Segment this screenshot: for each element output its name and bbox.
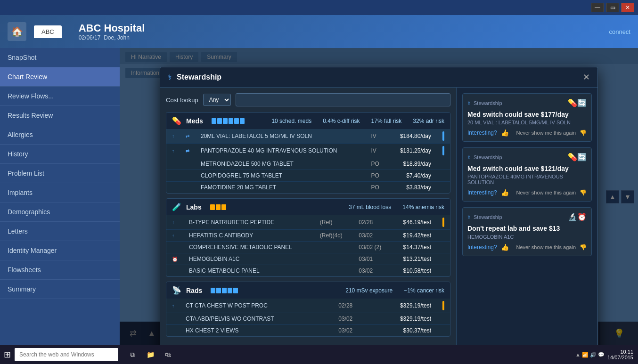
table-row[interactable]: ↑ ⇄ 20ML VIAL: LABETALOL 5 MG/ML IV SOLN… <box>166 129 450 144</box>
card-2-drug-icon: 💊🔄 <box>568 153 587 162</box>
med-route: PO <box>365 170 388 182</box>
modal-footer-left: Feedback powered by ●IllumiCare <box>166 341 450 345</box>
card-3-header: ⚕ Stewardship 🔬⏰ <box>467 212 587 221</box>
rad-price: $329.19/test <box>372 299 437 313</box>
cost-lookup-input[interactable] <box>236 93 450 106</box>
price-bar <box>442 301 444 310</box>
sys-icons: ▲ 📶 🔊 💬 <box>575 352 605 358</box>
sidebar-item-identity-manager[interactable]: Identity Manager <box>0 241 120 260</box>
sidebar: SnapShot Chart Review Review Flows... Re… <box>0 48 120 345</box>
table-row[interactable]: HX CHEST 2 VIEWS 03/02 $30.37/test <box>166 325 450 337</box>
rad-price: $329.19/test <box>372 313 437 325</box>
cost-lookup-select[interactable]: Any IV PO <box>203 94 231 106</box>
labs-section: 🧪 Labs 37 mL blood loss <box>166 198 450 277</box>
card-1-drug-icon: 💊🔄 <box>568 98 587 107</box>
bar-seg <box>233 288 238 293</box>
file-explorer-icon[interactable]: 📁 <box>144 348 157 361</box>
taskbar-search-input[interactable] <box>15 348 118 361</box>
med-route: IV <box>365 129 388 144</box>
sidebar-item-results-review[interactable]: Results Review <box>0 106 120 125</box>
card-1-interesting-link[interactable]: Interesting? <box>467 129 497 136</box>
maximize-button[interactable]: ▭ <box>606 3 619 12</box>
price-bar <box>442 146 444 155</box>
sidebar-item-snapshot[interactable]: SnapShot <box>0 48 120 67</box>
modal-overlay: ⚕ Stewardship ✕ Cost lookup Any <box>120 48 638 345</box>
lab-name: HEPATITIS C ANTIBODY <box>183 230 314 242</box>
meds-stat-adr: 32% adr risk <box>413 118 444 124</box>
table-row[interactable]: ↑ CT CTA CHEST W POST PROC 02/28 $329.19… <box>166 299 450 313</box>
labs-stat-anemia: 14% anemia risk <box>402 204 444 210</box>
table-row[interactable]: CLOPIDOGREL 75 MG TABLET PO $7.40/day <box>166 170 450 182</box>
lab-date: 03/02 (2) <box>353 242 392 253</box>
sidebar-item-flowsheets[interactable]: Flowsheets <box>0 260 120 280</box>
home-icon[interactable]: 🏠 <box>8 22 26 41</box>
rads-bar <box>211 288 238 293</box>
meds-stats: 10 sched. meds 0.4% c-diff risk 17% fall… <box>268 118 444 124</box>
sidebar-item-review-flows[interactable]: Review Flows... <box>0 87 120 106</box>
close-button[interactable]: ✕ <box>621 3 634 12</box>
card-3-actions: Interesting? 👍 Never show me this again … <box>467 243 587 251</box>
card-1-never-label[interactable]: Never show me this again <box>516 130 576 136</box>
card-3-interesting-link[interactable]: Interesting? <box>467 244 497 251</box>
card-1-thumbup[interactable]: 👍 <box>501 129 509 137</box>
row-swap-icon: ⇄ <box>186 134 189 139</box>
store-icon[interactable]: 🛍 <box>162 348 175 361</box>
sidebar-item-summary[interactable]: Summary <box>0 280 120 299</box>
table-row[interactable]: COMPREHENSIVE METABOLIC PANEL 03/02 (2) … <box>166 242 450 253</box>
card-3-thumbup[interactable]: 👍 <box>501 243 509 251</box>
sidebar-item-problem-list[interactable]: Problem List <box>0 164 120 183</box>
card-2-thumbup[interactable]: 👍 <box>501 189 509 196</box>
sidebar-item-history[interactable]: History <box>0 145 120 164</box>
hospital-name: ABC Hospital <box>79 22 145 34</box>
table-row[interactable]: ↑ B-TYPE NATRIURETIC PEPTIDE (Ref) 02/28… <box>166 215 450 230</box>
table-row[interactable]: BASIC METABOLIC PANEL 03/02 $10.58/test <box>166 265 450 277</box>
card-2-thumbdown[interactable]: 👎 <box>580 189 587 196</box>
labs-icon: 🧪 <box>172 202 181 211</box>
card-3-never-label[interactable]: Never show me this again <box>516 244 576 250</box>
lab-date: 03/02 <box>353 265 392 277</box>
med-name: PANTOPRAZOLE 40 MG INTRAVENOUS SOLUTION <box>195 144 365 158</box>
modal-left-panel: Cost lookup Any IV PO <box>160 88 456 345</box>
table-row[interactable]: ↑ ⇄ PANTOPRAZOLE 40 MG INTRAVENOUS SOLUT… <box>166 144 450 158</box>
start-button[interactable]: ⊞ <box>4 349 11 360</box>
card-2-title: Med switch could save $121/day <box>467 164 587 173</box>
card-1-label: Stewardship <box>474 100 502 106</box>
table-row[interactable]: FAMOTIDINE 20 MG TABLET PO $3.83/day <box>166 182 450 194</box>
bar-seg <box>216 204 221 210</box>
sidebar-item-demographics[interactable]: Demographics <box>0 202 120 222</box>
rads-stat-cancer: ~1% cancer risk <box>404 287 444 294</box>
card-1-logo: ⚕ <box>467 100 471 106</box>
price-bar <box>442 131 444 141</box>
task-view-icon[interactable]: ⧉ <box>126 348 139 361</box>
bar-seg <box>222 288 227 293</box>
table-row[interactable]: ⏰ HEMOGLOBIN A1C 03/01 $13.21/test <box>166 253 450 265</box>
lab-date: 03/01 <box>353 253 392 265</box>
card-3-thumbdown[interactable]: 👎 <box>580 244 587 251</box>
lab-name: B-TYPE NATRIURETIC PEPTIDE <box>183 215 314 230</box>
modal-close-button[interactable]: ✕ <box>583 72 590 82</box>
labs-table: ↑ B-TYPE NATRIURETIC PEPTIDE (Ref) 02/28… <box>166 215 450 276</box>
bar-seg <box>217 118 222 124</box>
stewardship-modal: ⚕ Stewardship ✕ Cost lookup Any <box>160 67 598 345</box>
card-1-thumbdown[interactable]: 👎 <box>580 129 587 136</box>
table-row[interactable]: CTA ABD/PELVIS WO CONTRAST 03/02 $329.19… <box>166 313 450 325</box>
content-area: HI Narrative History Summary Information… <box>120 48 638 345</box>
card-2-never-label[interactable]: Never show me this again <box>516 190 576 195</box>
stewardship-card-3: ⚕ Stewardship 🔬⏰ Don't repeat lab and sa… <box>462 207 592 256</box>
labs-stat-blood: 37 mL blood loss <box>349 204 391 210</box>
sidebar-item-letters[interactable]: Letters <box>0 222 120 241</box>
rad-price: $30.37/test <box>372 325 437 337</box>
sidebar-item-implants[interactable]: Implants <box>0 183 120 202</box>
taskbar-time: 10:11 14/07/2015 <box>607 349 633 360</box>
rad-date: 03/02 <box>333 313 372 325</box>
table-row[interactable]: METRONIDAZOLE 500 MG TABLET PO $18.89/da… <box>166 158 450 170</box>
connect-link[interactable]: connect <box>609 28 630 35</box>
table-row[interactable]: ↑ HEPATITIS C ANTIBODY (Ref)(4d) 03/02 $… <box>166 230 450 242</box>
app-window: — ▭ ✕ 🏠 ABC ABC Hospital 02/06/17 Doe, J… <box>0 0 638 345</box>
minimize-button[interactable]: — <box>591 3 604 12</box>
rads-table: ↑ CT CTA CHEST W POST PROC 02/28 $329.19… <box>166 299 450 336</box>
sidebar-item-chart-review[interactable]: Chart Review <box>0 67 120 87</box>
card-2-interesting-link[interactable]: Interesting? <box>467 189 497 196</box>
sidebar-item-allergies[interactable]: Allergies <box>0 125 120 145</box>
tab-abc[interactable]: ABC <box>34 25 62 38</box>
